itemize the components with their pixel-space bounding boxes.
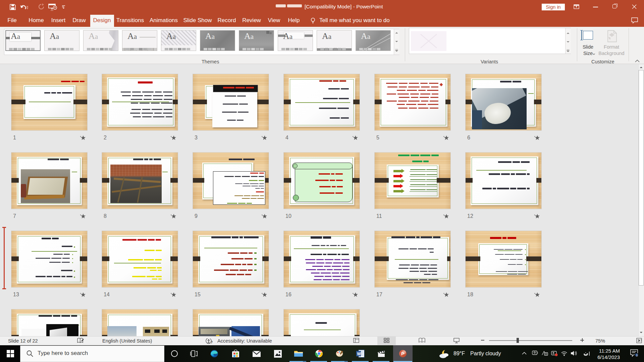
svg-text:1: 1 (636, 354, 638, 357)
svg-text:P: P (401, 351, 404, 356)
svg-text:?: ? (211, 341, 213, 344)
svg-text:W: W (357, 352, 361, 356)
